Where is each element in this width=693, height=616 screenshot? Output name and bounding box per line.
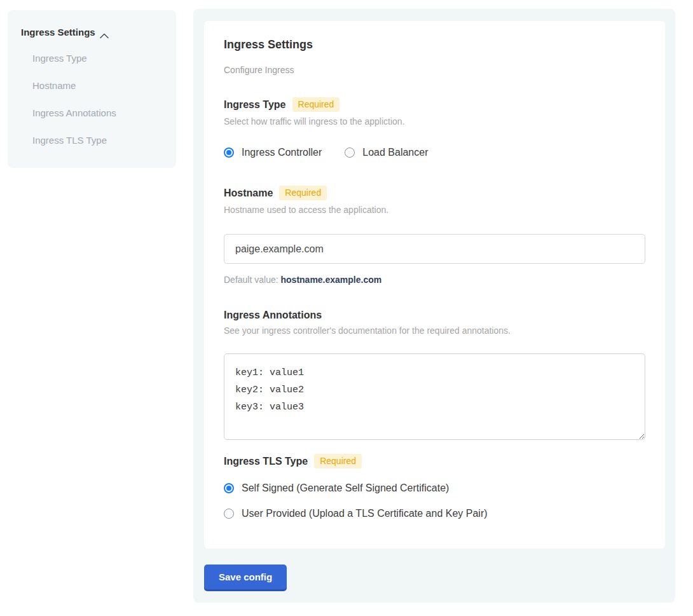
sidebar-item-ingress-tls-type[interactable]: Ingress TLS Type xyxy=(32,135,163,146)
hostname-heading: Hostname Required xyxy=(224,186,645,200)
annotations-help: See your ingress controller's documentat… xyxy=(224,325,645,336)
annotations-heading: Ingress Annotations xyxy=(224,310,645,321)
sidebar-item-ingress-type[interactable]: Ingress Type xyxy=(32,53,163,64)
page-title: Ingress Settings xyxy=(224,38,645,51)
page-subtitle: Configure Ingress xyxy=(224,65,645,75)
radio-label: Load Balancer xyxy=(362,147,428,158)
sidebar-item-ingress-annotations[interactable]: Ingress Annotations xyxy=(32,107,163,118)
ingress-type-heading: Ingress Type Required xyxy=(224,97,645,112)
radio-load-balancer[interactable]: Load Balancer xyxy=(345,147,428,158)
radio-label: User Provided (Upload a TLS Certificate … xyxy=(242,508,488,519)
radio-ingress-controller[interactable]: Ingress Controller xyxy=(224,147,322,158)
default-value-text: hostname.example.com xyxy=(281,275,382,285)
hostname-label: Hostname xyxy=(224,188,273,199)
required-badge: Required xyxy=(279,186,327,200)
sidebar-items: Ingress Type Hostname Ingress Annotation… xyxy=(21,53,163,146)
radio-icon xyxy=(345,147,355,158)
save-config-button[interactable]: Save config xyxy=(204,565,287,589)
main-panel: Ingress Settings Configure Ingress Ingre… xyxy=(193,9,675,603)
chevron-up-icon xyxy=(100,30,109,36)
config-card: Ingress Settings Configure Ingress Ingre… xyxy=(204,21,665,549)
default-value-label: Default value: xyxy=(224,275,278,285)
radio-icon xyxy=(224,483,234,493)
annotations-label: Ingress Annotations xyxy=(224,310,322,321)
tls-type-options: Self Signed (Generate Self Signed Certif… xyxy=(224,483,645,519)
group-ingress-tls-type: Ingress TLS Type Required Self Signed (G… xyxy=(224,454,645,519)
radio-user-provided[interactable]: User Provided (Upload a TLS Certificate … xyxy=(224,508,645,519)
annotations-textarea[interactable]: key1: value1 key2: value2 key3: value3 xyxy=(224,353,645,440)
radio-icon xyxy=(224,509,234,519)
radio-label: Self Signed (Generate Self Signed Certif… xyxy=(242,483,449,494)
tls-type-heading: Ingress TLS Type Required xyxy=(224,454,645,469)
radio-label: Ingress Controller xyxy=(242,147,322,158)
required-badge: Required xyxy=(292,97,340,112)
sidebar-header-label: Ingress Settings xyxy=(21,27,95,38)
group-ingress-annotations: Ingress Annotations See your ingress con… xyxy=(224,310,645,440)
sidebar: Ingress Settings Ingress Type Hostname I… xyxy=(8,10,176,168)
tls-type-label: Ingress TLS Type xyxy=(224,456,308,467)
hostname-default-line: Default value: hostname.example.com xyxy=(224,275,645,285)
required-badge: Required xyxy=(314,454,362,469)
sidebar-header-ingress-settings[interactable]: Ingress Settings xyxy=(21,27,163,38)
hostname-input[interactable] xyxy=(224,234,645,264)
group-hostname: Hostname Required Hostname used to acces… xyxy=(224,186,645,285)
ingress-type-options: Ingress Controller Load Balancer xyxy=(224,147,645,158)
ingress-type-label: Ingress Type xyxy=(224,99,286,111)
sidebar-item-hostname[interactable]: Hostname xyxy=(32,80,163,91)
ingress-type-help: Select how traffic will ingress to the a… xyxy=(224,116,645,127)
radio-self-signed[interactable]: Self Signed (Generate Self Signed Certif… xyxy=(224,483,645,494)
hostname-help: Hostname used to access the application. xyxy=(224,205,645,215)
radio-icon xyxy=(224,147,234,158)
group-ingress-type: Ingress Type Required Select how traffic… xyxy=(224,97,645,158)
